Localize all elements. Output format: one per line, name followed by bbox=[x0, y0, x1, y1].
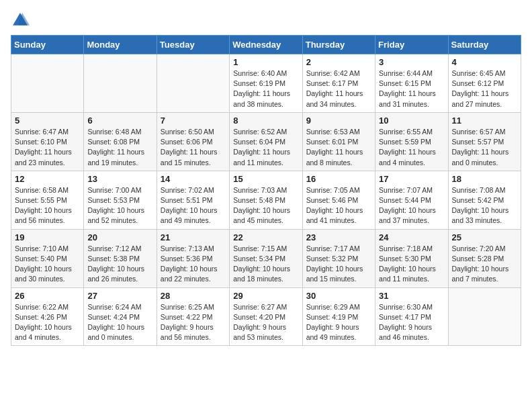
calendar-cell: 29Sunrise: 6:27 AM Sunset: 4:20 PM Dayli… bbox=[230, 287, 302, 346]
day-number: 16 bbox=[306, 174, 371, 184]
calendar-cell: 19Sunrise: 7:10 AM Sunset: 5:40 PM Dayli… bbox=[11, 229, 84, 287]
calendar-cell: 25Sunrise: 7:20 AM Sunset: 5:28 PM Dayli… bbox=[448, 229, 521, 287]
day-number: 7 bbox=[161, 116, 226, 126]
calendar-cell: 15Sunrise: 7:03 AM Sunset: 5:48 PM Dayli… bbox=[230, 171, 302, 229]
day-number: 4 bbox=[452, 57, 517, 67]
day-info: Sunrise: 7:00 AM Sunset: 5:53 PM Dayligh… bbox=[87, 185, 152, 226]
day-number: 13 bbox=[87, 174, 152, 184]
day-info: Sunrise: 6:45 AM Sunset: 6:12 PM Dayligh… bbox=[452, 68, 517, 109]
day-info: Sunrise: 6:44 AM Sunset: 6:15 PM Dayligh… bbox=[379, 68, 444, 109]
calendar-cell: 30Sunrise: 6:29 AM Sunset: 4:19 PM Dayli… bbox=[302, 287, 375, 346]
day-info: Sunrise: 7:13 AM Sunset: 5:36 PM Dayligh… bbox=[161, 244, 226, 285]
calendar-week-row: 26Sunrise: 6:22 AM Sunset: 4:26 PM Dayli… bbox=[11, 287, 521, 346]
day-number: 18 bbox=[452, 174, 517, 184]
day-number: 9 bbox=[306, 116, 371, 126]
logo-icon bbox=[11, 11, 30, 30]
calendar-cell: 3Sunrise: 6:44 AM Sunset: 6:15 PM Daylig… bbox=[375, 54, 448, 113]
weekday-header-wednesday: Wednesday bbox=[230, 36, 302, 54]
day-info: Sunrise: 6:57 AM Sunset: 5:57 PM Dayligh… bbox=[452, 127, 517, 168]
day-number: 27 bbox=[87, 291, 152, 301]
calendar-cell: 7Sunrise: 6:50 AM Sunset: 6:06 PM Daylig… bbox=[157, 112, 229, 171]
day-info: Sunrise: 6:29 AM Sunset: 4:19 PM Dayligh… bbox=[306, 302, 371, 343]
calendar-cell: 5Sunrise: 6:47 AM Sunset: 6:10 PM Daylig… bbox=[11, 112, 84, 171]
calendar-cell bbox=[11, 54, 84, 113]
day-number: 11 bbox=[452, 116, 517, 126]
day-number: 14 bbox=[161, 174, 226, 184]
weekday-header-thursday: Thursday bbox=[302, 36, 375, 54]
calendar-week-row: 1Sunrise: 6:40 AM Sunset: 6:19 PM Daylig… bbox=[11, 54, 521, 113]
calendar-week-row: 12Sunrise: 6:58 AM Sunset: 5:55 PM Dayli… bbox=[11, 171, 521, 229]
weekday-header-saturday: Saturday bbox=[448, 36, 521, 54]
day-number: 17 bbox=[379, 174, 444, 184]
calendar-cell: 24Sunrise: 7:18 AM Sunset: 5:30 PM Dayli… bbox=[375, 229, 448, 287]
day-number: 23 bbox=[306, 232, 371, 242]
calendar-cell bbox=[157, 54, 229, 113]
day-number: 26 bbox=[15, 291, 80, 301]
day-number: 30 bbox=[306, 291, 371, 301]
calendar-week-row: 5Sunrise: 6:47 AM Sunset: 6:10 PM Daylig… bbox=[11, 112, 521, 171]
day-number: 19 bbox=[15, 232, 80, 242]
day-info: Sunrise: 7:18 AM Sunset: 5:30 PM Dayligh… bbox=[379, 244, 444, 285]
day-number: 22 bbox=[233, 232, 298, 242]
day-number: 2 bbox=[306, 57, 371, 67]
weekday-header-tuesday: Tuesday bbox=[157, 36, 229, 54]
calendar-cell: 16Sunrise: 7:05 AM Sunset: 5:46 PM Dayli… bbox=[302, 171, 375, 229]
weekday-header-sunday: Sunday bbox=[11, 36, 84, 54]
calendar-cell bbox=[84, 54, 157, 113]
day-number: 10 bbox=[379, 116, 444, 126]
calendar-table: SundayMondayTuesdayWednesdayThursdayFrid… bbox=[11, 35, 521, 346]
day-info: Sunrise: 6:42 AM Sunset: 6:17 PM Dayligh… bbox=[306, 68, 371, 109]
calendar-cell: 8Sunrise: 6:52 AM Sunset: 6:04 PM Daylig… bbox=[230, 112, 302, 171]
day-number: 21 bbox=[161, 232, 226, 242]
calendar-cell: 12Sunrise: 6:58 AM Sunset: 5:55 PM Dayli… bbox=[11, 171, 84, 229]
weekday-header-monday: Monday bbox=[84, 36, 157, 54]
calendar-cell: 10Sunrise: 6:55 AM Sunset: 5:59 PM Dayli… bbox=[375, 112, 448, 171]
calendar-cell: 20Sunrise: 7:12 AM Sunset: 5:38 PM Dayli… bbox=[84, 229, 157, 287]
logo bbox=[11, 11, 32, 30]
day-info: Sunrise: 6:52 AM Sunset: 6:04 PM Dayligh… bbox=[233, 127, 298, 168]
day-number: 12 bbox=[15, 174, 80, 184]
day-info: Sunrise: 6:53 AM Sunset: 6:01 PM Dayligh… bbox=[306, 127, 371, 168]
calendar-cell: 22Sunrise: 7:15 AM Sunset: 5:34 PM Dayli… bbox=[230, 229, 302, 287]
day-info: Sunrise: 7:02 AM Sunset: 5:51 PM Dayligh… bbox=[161, 185, 226, 226]
day-info: Sunrise: 6:24 AM Sunset: 4:24 PM Dayligh… bbox=[87, 302, 152, 343]
calendar-cell: 11Sunrise: 6:57 AM Sunset: 5:57 PM Dayli… bbox=[448, 112, 521, 171]
day-number: 3 bbox=[379, 57, 444, 67]
day-info: Sunrise: 6:22 AM Sunset: 4:26 PM Dayligh… bbox=[15, 302, 80, 343]
calendar-cell bbox=[448, 287, 521, 346]
day-info: Sunrise: 6:40 AM Sunset: 6:19 PM Dayligh… bbox=[233, 68, 298, 109]
day-info: Sunrise: 7:12 AM Sunset: 5:38 PM Dayligh… bbox=[87, 244, 152, 285]
day-info: Sunrise: 6:55 AM Sunset: 5:59 PM Dayligh… bbox=[379, 127, 444, 168]
calendar-cell: 13Sunrise: 7:00 AM Sunset: 5:53 PM Dayli… bbox=[84, 171, 157, 229]
calendar-cell: 18Sunrise: 7:08 AM Sunset: 5:42 PM Dayli… bbox=[448, 171, 521, 229]
day-number: 20 bbox=[87, 232, 152, 242]
day-info: Sunrise: 6:50 AM Sunset: 6:06 PM Dayligh… bbox=[161, 127, 226, 168]
calendar-cell: 21Sunrise: 7:13 AM Sunset: 5:36 PM Dayli… bbox=[157, 229, 229, 287]
day-info: Sunrise: 7:08 AM Sunset: 5:42 PM Dayligh… bbox=[452, 185, 517, 226]
calendar-cell: 26Sunrise: 6:22 AM Sunset: 4:26 PM Dayli… bbox=[11, 287, 84, 346]
day-number: 1 bbox=[233, 57, 298, 67]
day-number: 5 bbox=[15, 116, 80, 126]
calendar-cell: 6Sunrise: 6:48 AM Sunset: 6:08 PM Daylig… bbox=[84, 112, 157, 171]
day-info: Sunrise: 6:47 AM Sunset: 6:10 PM Dayligh… bbox=[15, 127, 80, 168]
day-info: Sunrise: 7:10 AM Sunset: 5:40 PM Dayligh… bbox=[15, 244, 80, 285]
calendar-cell: 14Sunrise: 7:02 AM Sunset: 5:51 PM Dayli… bbox=[157, 171, 229, 229]
day-info: Sunrise: 6:27 AM Sunset: 4:20 PM Dayligh… bbox=[233, 302, 298, 343]
day-info: Sunrise: 6:58 AM Sunset: 5:55 PM Dayligh… bbox=[15, 185, 80, 226]
calendar-cell: 27Sunrise: 6:24 AM Sunset: 4:24 PM Dayli… bbox=[84, 287, 157, 346]
day-number: 6 bbox=[87, 116, 152, 126]
calendar-cell: 2Sunrise: 6:42 AM Sunset: 6:17 PM Daylig… bbox=[302, 54, 375, 113]
calendar-cell: 9Sunrise: 6:53 AM Sunset: 6:01 PM Daylig… bbox=[302, 112, 375, 171]
day-info: Sunrise: 7:20 AM Sunset: 5:28 PM Dayligh… bbox=[452, 244, 517, 285]
day-number: 24 bbox=[379, 232, 444, 242]
calendar-cell: 23Sunrise: 7:17 AM Sunset: 5:32 PM Dayli… bbox=[302, 229, 375, 287]
day-info: Sunrise: 6:48 AM Sunset: 6:08 PM Dayligh… bbox=[87, 127, 152, 168]
calendar-cell: 28Sunrise: 6:25 AM Sunset: 4:22 PM Dayli… bbox=[157, 287, 229, 346]
day-number: 31 bbox=[379, 291, 444, 301]
page-header bbox=[11, 11, 521, 30]
calendar-cell: 4Sunrise: 6:45 AM Sunset: 6:12 PM Daylig… bbox=[448, 54, 521, 113]
day-info: Sunrise: 7:15 AM Sunset: 5:34 PM Dayligh… bbox=[233, 244, 298, 285]
calendar-cell: 17Sunrise: 7:07 AM Sunset: 5:44 PM Dayli… bbox=[375, 171, 448, 229]
day-info: Sunrise: 7:05 AM Sunset: 5:46 PM Dayligh… bbox=[306, 185, 371, 226]
weekday-header-friday: Friday bbox=[375, 36, 448, 54]
